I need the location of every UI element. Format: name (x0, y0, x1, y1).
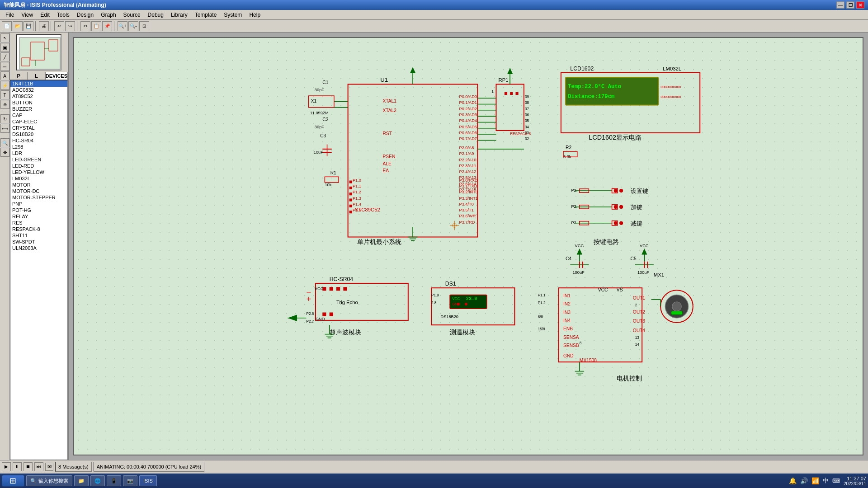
isis-app[interactable]: ISIS (139, 475, 157, 486)
svg-text:13: 13 (635, 336, 640, 340)
device-item-crystal[interactable]: CRYSTAL (10, 125, 67, 131)
copy-button[interactable]: 📋 (91, 21, 101, 31)
power-tool[interactable]: ⚡ (0, 81, 9, 90)
device-item-uln2003a[interactable]: ULN2003A (10, 245, 67, 251)
device-item-motor-dc[interactable]: MOTOR-DC (10, 188, 67, 194)
language-indicator: 中 (823, 477, 829, 485)
menu-item-template[interactable]: Template (191, 11, 221, 19)
menu-item-design[interactable]: Design (73, 11, 97, 19)
stop-button[interactable]: ⏹ (24, 462, 33, 471)
device-item-buzzer[interactable]: BUZZER (10, 106, 67, 112)
close-button[interactable]: ✕ (856, 1, 864, 9)
device-item-cap[interactable]: CAP (10, 112, 67, 118)
play-button[interactable]: ▶ (2, 462, 11, 471)
menu-item-library[interactable]: Library (167, 11, 191, 19)
svg-marker-158 (642, 249, 647, 254)
notifications-icon[interactable]: 🔔 (789, 477, 797, 484)
device-item-hc-sr04[interactable]: HC-SR04 (10, 137, 67, 144)
network-icon[interactable]: 📶 (811, 477, 819, 484)
menu-item-source[interactable]: Source (120, 11, 144, 19)
restore-button[interactable]: ❐ (846, 1, 854, 9)
device-item-pnp[interactable]: PNP (10, 201, 67, 207)
step-button[interactable]: ⏭ (34, 462, 43, 471)
device-item-ds18b20[interactable]: DS18B20 (10, 131, 67, 137)
schematic-canvas[interactable]: U1 STC89C52 XTAL1 XTAL2 RST PSEN ALE EA … (73, 37, 863, 455)
start-button[interactable]: ⊞ (2, 475, 24, 487)
label-tool[interactable]: A (0, 71, 9, 80)
date-display: 2022/03/11 (844, 481, 866, 486)
wire-tool[interactable]: ╱ (0, 52, 9, 61)
camera-app[interactable]: 📷 (123, 475, 137, 486)
rotate-tool[interactable]: ↻ (0, 114, 9, 123)
tab-l[interactable]: L (28, 72, 45, 80)
device-item-led-red[interactable]: LED-RED (10, 163, 67, 169)
svg-text:超声波模块: 超声波模块 (330, 328, 361, 336)
paste-button[interactable]: 📌 (102, 21, 112, 31)
new-button[interactable]: 📄 (2, 21, 12, 31)
search-bar[interactable]: 🔍 输入你想搜索 (26, 475, 72, 486)
svg-text:P1.2: P1.2 (353, 190, 361, 194)
select-tool[interactable]: ↖ (0, 33, 9, 42)
tab-devices[interactable]: DEVICES (46, 72, 68, 80)
svg-text:IN3: IN3 (563, 310, 571, 315)
separator-2 (51, 21, 52, 31)
menu-item-view[interactable]: View (18, 11, 37, 19)
device-item-sht11[interactable]: SHT11 (10, 232, 67, 239)
device-item-res[interactable]: RES (10, 220, 67, 226)
component-tool[interactable]: ▣ (0, 43, 9, 52)
device-item-ldr[interactable]: LDR (10, 150, 67, 156)
open-button[interactable]: 📂 (13, 21, 23, 31)
device-item-respack-8[interactable]: RESPACK-8 (10, 226, 67, 232)
redo-button[interactable]: ↪ (65, 21, 75, 31)
device-item-sw-spdt[interactable]: SW-SPDT (10, 239, 67, 245)
print-button[interactable]: 🖨 (39, 21, 49, 31)
pause-button[interactable]: ⏸ (13, 462, 22, 471)
svg-text:15/8: 15/8 (538, 327, 545, 331)
zoom-in-button[interactable]: 🔍+ (118, 21, 127, 31)
browser-app[interactable]: 🌐 (90, 475, 105, 486)
device-item-motor[interactable]: MOTOR (10, 182, 67, 188)
undo-button[interactable]: ↩ (54, 21, 64, 31)
mirror-tool[interactable]: ⟺ (0, 124, 9, 133)
menu-item-help[interactable]: Help (245, 11, 264, 19)
phone-app[interactable]: 📱 (107, 475, 121, 486)
menu-item-system[interactable]: System (220, 11, 245, 19)
bus-tool[interactable]: ═ (0, 62, 9, 71)
device-item-1n4t11b[interactable]: 1N4T11B (10, 80, 67, 87)
minimize-button[interactable]: — (836, 1, 844, 9)
cut-button[interactable]: ✂ (80, 21, 90, 31)
device-item-led-yellow[interactable]: LED-YELLOW (10, 169, 67, 175)
device-item-led-green[interactable]: LED-GREEN (10, 156, 67, 163)
svg-rect-72 (505, 92, 507, 95)
left-panel: P L DEVICES 1N4T11BADC0832AT89C52BUTTONB… (10, 33, 69, 460)
device-item-cap-elec[interactable]: CAP-ELEC (10, 118, 67, 125)
svg-point-110 (619, 221, 623, 225)
device-item-adc0832[interactable]: ADC0832 (10, 87, 67, 93)
text-tool[interactable]: T (0, 90, 9, 99)
device-item-lm032l[interactable]: LM032L (10, 175, 67, 182)
canvas-area[interactable]: U1 STC89C52 XTAL1 XTAL2 RST PSEN ALE EA … (69, 33, 868, 460)
save-button[interactable]: 💾 (24, 21, 33, 31)
probe-tool[interactable]: ⊕ (0, 100, 9, 109)
device-item-l298[interactable]: L298 (10, 144, 67, 150)
device-item-button[interactable]: BUTTON (10, 99, 67, 106)
device-item-motor-stepper[interactable]: MOTOR-STEPPER (10, 194, 67, 201)
device-item-at89c52[interactable]: AT89C52 (10, 93, 67, 99)
svg-text:VCC: VCC (315, 286, 324, 291)
menu-item-file[interactable]: File (2, 11, 18, 19)
menu-item-debug[interactable]: Debug (144, 11, 167, 19)
zoom-fit-button[interactable]: ⊡ (139, 21, 149, 31)
zoom-out-button[interactable]: 🔍- (128, 21, 138, 31)
pan-tool[interactable]: ✥ (0, 148, 9, 157)
device-item-pot-hg[interactable]: POT-HG (10, 207, 67, 213)
file-manager-app[interactable]: 📁 (74, 475, 89, 486)
zoom-tool[interactable]: 🔍 (0, 138, 9, 147)
tab-p[interactable]: P (10, 72, 28, 80)
menu-item-tools[interactable]: Tools (53, 11, 73, 19)
device-list[interactable]: 1N4T11BADC0832AT89C52BUTTONBUZZERCAPCAP-… (10, 80, 68, 460)
menu-item-graph[interactable]: Graph (97, 11, 119, 19)
menu-item-edit[interactable]: Edit (37, 11, 53, 19)
volume-icon[interactable]: 🔊 (800, 477, 808, 484)
svg-text:P1.9: P1.9 (431, 293, 439, 297)
device-item-relay[interactable]: RELAY (10, 213, 67, 220)
